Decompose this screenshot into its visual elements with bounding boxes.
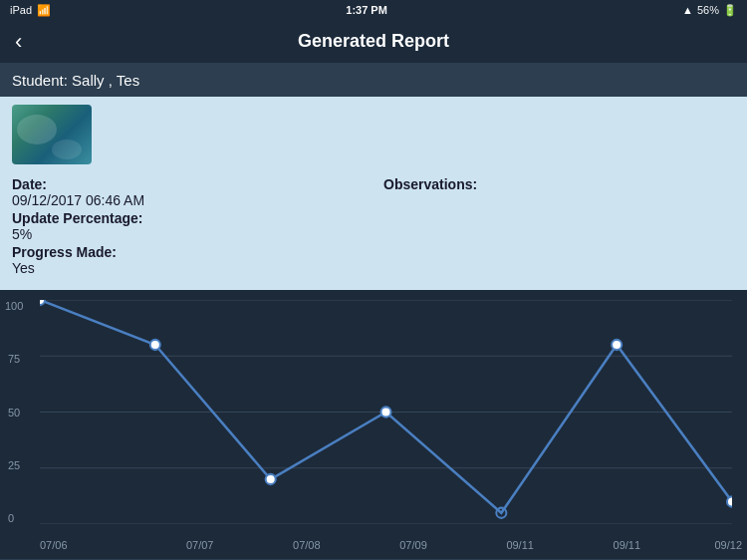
y-label-50: 50 [8, 407, 20, 419]
student-photo [12, 105, 92, 164]
update-pct-label: Update Percentage: [12, 210, 364, 226]
status-time: 1:37 PM [346, 4, 387, 16]
x-label-09-11a: 09/11 [506, 539, 534, 551]
nav-bar: ‹ Generated Report [0, 20, 747, 64]
student-label: Student: [12, 72, 68, 89]
student-name: Sally , Tes [72, 72, 139, 89]
x-label-07-09: 07/09 [399, 539, 427, 551]
details-left: Date: 09/12/2017 06:46 AM Update Percent… [12, 176, 364, 278]
x-label-07-08: 07/08 [293, 539, 321, 551]
nav-title: Generated Report [298, 31, 449, 52]
status-bar: iPad 📶 1:37 PM ▲ 56% 🔋 [0, 0, 747, 20]
x-label-09-12: 09/12 [714, 539, 742, 551]
details-right: Observations: [383, 176, 735, 278]
photo-area [0, 97, 747, 170]
battery-percent: 56% [697, 4, 719, 16]
x-label-07-06: 07/06 [40, 539, 68, 551]
y-label-25: 25 [8, 459, 20, 471]
svg-point-5 [40, 300, 45, 305]
progress-value: Yes [12, 260, 364, 276]
carrier-label: iPad [10, 4, 32, 16]
svg-point-6 [150, 340, 160, 350]
date-value: 09/12/2017 06:46 AM [12, 192, 364, 208]
status-left: iPad 📶 [10, 4, 51, 17]
content-area: Date: 09/12/2017 06:46 AM Update Percent… [0, 97, 747, 290]
svg-point-10 [612, 340, 622, 350]
svg-point-7 [266, 474, 276, 484]
x-label-09-11b: 09/11 [614, 539, 641, 551]
x-label-07-07: 07/07 [186, 539, 214, 551]
wifi-icon: 📶 [37, 4, 51, 17]
y-label-0: 0 [8, 512, 14, 524]
battery-icon: 🔋 [723, 4, 737, 17]
signal-icon: ▲ [682, 4, 693, 16]
date-label: Date: [12, 176, 364, 192]
back-button[interactable]: ‹ [10, 24, 27, 60]
svg-point-8 [380, 407, 390, 417]
status-right: ▲ 56% 🔋 [682, 4, 737, 17]
y-label-100: 100 [5, 300, 23, 312]
y-label-75: 75 [8, 353, 20, 365]
svg-point-11 [727, 496, 732, 506]
observations-label: Observations: [383, 176, 735, 192]
details-area: Date: 09/12/2017 06:46 AM Update Percent… [0, 170, 747, 290]
progress-label: Progress Made: [12, 244, 364, 260]
chart-svg [40, 300, 732, 524]
chart-area: 100 75 50 25 0 07/06 07/07 07/08 07/09 0… [0, 290, 747, 559]
student-header: Student: Sally , Tes [0, 64, 747, 97]
update-pct-value: 5% [12, 226, 364, 242]
